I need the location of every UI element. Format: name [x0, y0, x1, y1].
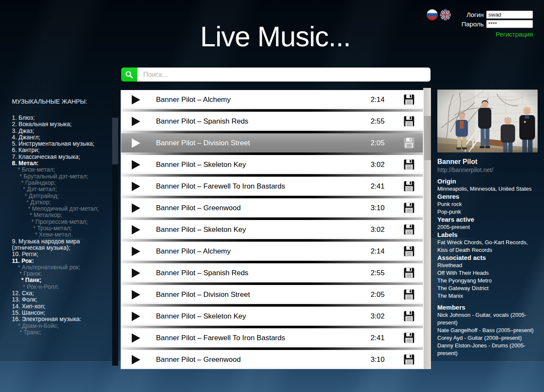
play-icon[interactable] [132, 203, 140, 213]
save-icon[interactable] [403, 354, 415, 365]
genre-item[interactable]: 7. Классическая музыка; [12, 154, 110, 160]
track-row[interactable]: Banner Pilot – Skeleton Key 3:02 [121, 307, 423, 326]
tracklist-scrollbar[interactable] [423, 88, 431, 369]
genre-item[interactable]: * Трэш-метал; [12, 225, 110, 231]
play-icon[interactable] [132, 225, 140, 234]
track-row[interactable]: Banner Pilot – Alchemy 2:14 [121, 242, 423, 261]
play-icon[interactable] [132, 95, 140, 104]
section-value: Fat Wreck Chords, Go-Kart Records, [437, 239, 539, 246]
russian-flag-icon[interactable] [427, 9, 438, 20]
genre-item[interactable]: 15. Шансон; [12, 310, 110, 316]
genre-item[interactable]: * Панк; [12, 277, 110, 283]
register-link[interactable]: Регистрация [458, 31, 533, 38]
play-icon[interactable] [132, 333, 140, 343]
uk-flag-icon[interactable] [440, 9, 451, 20]
artist-url[interactable]: http://bannerpilot.net/ [437, 166, 539, 173]
genre-item[interactable]: 11. Рок: [12, 258, 110, 264]
save-icon[interactable] [403, 332, 415, 344]
tracklist-scrollbar-thumb[interactable] [424, 116, 431, 160]
track-title: Banner Pilot – Farewell To Iron Bastards [156, 334, 285, 342]
play-icon[interactable] [132, 312, 140, 321]
artist-section: Years active2005-present [437, 216, 539, 231]
play-icon[interactable] [132, 355, 140, 364]
save-icon[interactable] [403, 202, 415, 214]
track-list: Banner Pilot – Alchemy 2:14 Banner Pilot… [121, 90, 423, 369]
track-row[interactable]: Banner Pilot – Alchemy 2:14 [121, 90, 423, 109]
save-icon[interactable] [403, 289, 415, 300]
track-row[interactable]: Banner Pilot – Spanish Reds 2:55 [121, 112, 423, 131]
genres-header: МУЗЫКАЛЬНЫЕ ЖАНРЫ: [12, 98, 110, 105]
track-row[interactable]: Banner Pilot – Farewell To Iron Bastards… [121, 177, 423, 196]
genre-item[interactable]: * Брутальный дэт-метал; [12, 173, 110, 180]
genre-item[interactable]: * Блэк-метал; [12, 166, 110, 173]
genre-item[interactable]: 9. Музыка народов мира (этническая музык… [12, 238, 110, 251]
genre-item[interactable]: * Гранж; [12, 271, 110, 277]
track-row[interactable]: Banner Pilot – Greenwood 3:10 [121, 198, 423, 217]
search-icon [125, 70, 134, 79]
login-input[interactable] [486, 11, 533, 19]
play-icon[interactable] [132, 138, 140, 148]
genre-item[interactable]: 4. Джангл; [12, 134, 110, 141]
artist-section: MembersNick Johnson - Guitar, vocals (20… [437, 304, 539, 357]
track-row[interactable]: Banner Pilot – Farewell To Iron Bastards… [121, 328, 423, 347]
password-label: Пароль [458, 20, 484, 28]
genre-item[interactable]: 8. Метал: [12, 160, 110, 166]
search-bar [121, 68, 431, 82]
genre-item[interactable]: * Грайндкор; [12, 180, 110, 186]
play-icon[interactable] [132, 160, 140, 169]
save-icon[interactable] [403, 310, 415, 322]
genre-item[interactable]: 10. Регги; [12, 251, 110, 257]
section-label: Members [437, 304, 539, 311]
genre-item[interactable]: 16. Электронная музыка: [12, 316, 110, 322]
section-value: 2005-present [437, 223, 539, 231]
genre-item[interactable]: 13. Фолк; [12, 296, 110, 303]
genre-item[interactable]: * Рок-н-Ролл. [12, 284, 110, 290]
save-icon[interactable] [403, 180, 415, 192]
track-row[interactable]: Banner Pilot – Division Street 2:05 [121, 285, 423, 304]
play-icon[interactable] [132, 247, 140, 256]
genre-item[interactable]: 14. Хип-хоп; [12, 303, 110, 310]
search-button[interactable] [121, 68, 137, 82]
search-input[interactable] [137, 68, 431, 82]
genre-item[interactable]: 1. Блюз; [12, 115, 110, 121]
track-row[interactable]: Banner Pilot – Spanish Reds 2:55 [121, 263, 423, 282]
section-label: Associated acts [437, 254, 539, 262]
track-row[interactable]: Banner Pilot – Skeleton Key 3:02 [121, 220, 423, 239]
genre-item[interactable]: 6. Кантри; [12, 147, 110, 153]
sidebar-scrollbar-thumb[interactable] [112, 118, 118, 164]
save-icon[interactable] [403, 267, 415, 279]
save-icon[interactable] [403, 116, 415, 127]
genre-item[interactable]: 12. Ска; [12, 290, 110, 296]
track-title: Banner Pilot – Skeleton Key [156, 312, 246, 321]
genre-item[interactable]: * Дэтграйнд; [12, 193, 110, 199]
genre-item[interactable]: * Мелодичный дэт-метал; [12, 206, 110, 212]
track-row[interactable]: Banner Pilot – Greenwood 3:10 [121, 350, 423, 369]
genre-item[interactable]: * Транс; [12, 329, 110, 336]
play-icon[interactable] [132, 182, 140, 191]
save-icon[interactable] [403, 94, 415, 105]
save-icon[interactable] [403, 224, 415, 235]
track-duration: 3:02 [371, 226, 385, 234]
sidebar-scrollbar[interactable] [112, 87, 118, 366]
artist-section: GenresPunk rockPop-punk [437, 193, 539, 216]
password-input[interactable] [486, 20, 533, 28]
genre-item[interactable]: 3. Джаз; [12, 128, 110, 134]
genre-item[interactable]: 2. Вокальная музыка; [12, 121, 110, 127]
genre-item[interactable]: * Металкор; [12, 212, 110, 218]
save-icon[interactable] [403, 137, 415, 149]
genre-item[interactable]: * Дэт-метал; [12, 186, 110, 192]
genre-item[interactable]: * Альтернативный рок; [12, 264, 110, 271]
genre-item[interactable]: 5. Инструментальная музыка; [12, 141, 110, 147]
genre-item[interactable]: * Дэткор; [12, 199, 110, 206]
play-icon[interactable] [132, 268, 140, 278]
play-icon[interactable] [132, 117, 140, 126]
save-icon[interactable] [403, 159, 415, 170]
save-icon[interactable] [403, 245, 415, 257]
genre-item[interactable]: * Хеви-метал. [12, 231, 110, 238]
genre-item[interactable]: * Драм-н-Бэйс; [12, 323, 110, 329]
track-duration: 2:55 [371, 117, 385, 126]
track-row[interactable]: Banner Pilot – Skeleton Key 3:02 [121, 155, 423, 174]
genre-item[interactable]: * Прогрессив-метал; [12, 219, 110, 225]
play-icon[interactable] [132, 290, 140, 299]
track-row[interactable]: Banner Pilot – Division Street 2:05 [121, 133, 423, 152]
